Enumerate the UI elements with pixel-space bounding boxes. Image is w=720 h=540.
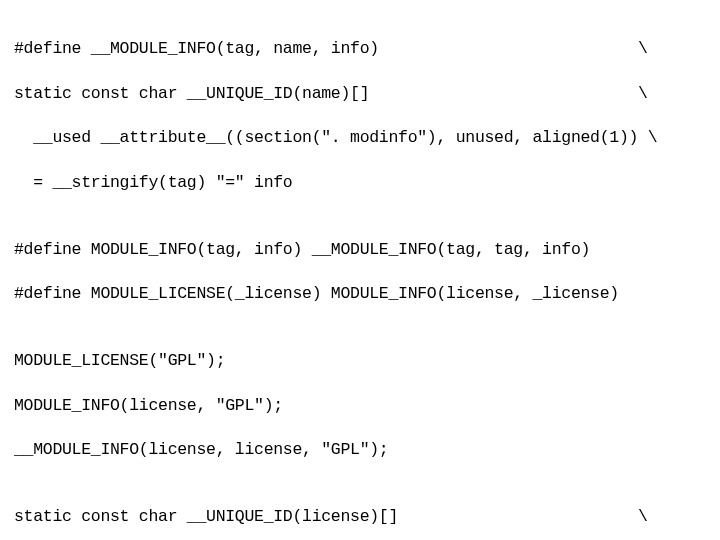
code-line: static const char __UNIQUE_ID(name)[] \ xyxy=(14,83,706,105)
code-block: #define __MODULE_INFO(tag, name, info) \… xyxy=(0,0,720,540)
code-line: #define MODULE_LICENSE(_license) MODULE_… xyxy=(14,283,706,305)
code-line: #define __MODULE_INFO(tag, name, info) \ xyxy=(14,38,706,60)
code-line: = __stringify(tag) "=" info xyxy=(14,172,706,194)
code-line: __MODULE_INFO(license, license, "GPL"); xyxy=(14,439,706,461)
code-line: __used __attribute__((section(". modinfo… xyxy=(14,127,706,149)
code-line: #define MODULE_INFO(tag, info) __MODULE_… xyxy=(14,239,706,261)
code-line: MODULE_LICENSE("GPL"); xyxy=(14,350,706,372)
code-line: MODULE_INFO(license, "GPL"); xyxy=(14,395,706,417)
code-line: static const char __UNIQUE_ID(license)[]… xyxy=(14,506,706,528)
